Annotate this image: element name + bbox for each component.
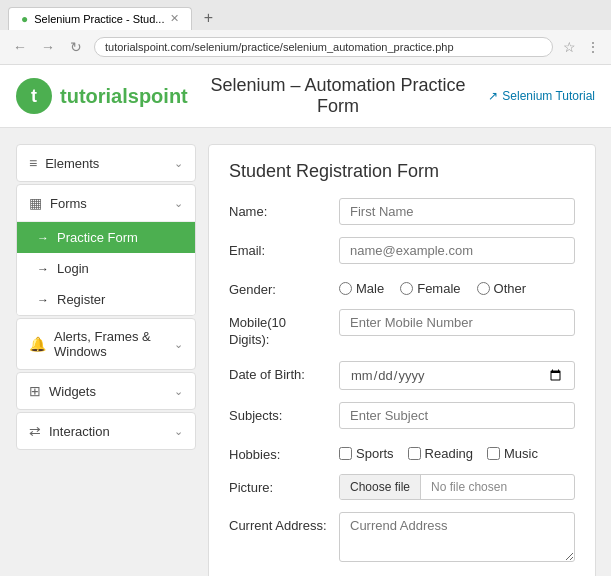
sidebar-item-register[interactable]: → Register <box>17 284 195 315</box>
practice-form-label: Practice Form <box>57 230 138 245</box>
elements-chevron: ⌄ <box>174 157 183 170</box>
alerts-chevron: ⌄ <box>174 338 183 351</box>
address-bar-row: ← → ↻ tutorialspoint.com/selenium/practi… <box>0 30 611 64</box>
gender-other-label: Other <box>494 281 527 296</box>
interaction-label: Interaction <box>49 424 110 439</box>
sidebar-item-alerts[interactable]: 🔔 Alerts, Frames & Windows ⌄ <box>16 318 196 370</box>
nav-buttons: ← → ↻ <box>8 35 88 59</box>
email-label: Email: <box>229 237 329 258</box>
sidebar-item-login[interactable]: → Login <box>17 253 195 284</box>
subjects-input[interactable] <box>339 402 575 429</box>
forms-icon: ▦ <box>29 195 42 211</box>
logo-suffix: point <box>139 85 188 107</box>
active-tab[interactable]: ● Selenium Practice - Stud... ✕ <box>8 7 192 30</box>
forms-submenu: → Practice Form → Login → Register <box>17 221 195 315</box>
login-arrow: → <box>37 262 49 276</box>
dob-row: Date of Birth: <box>229 361 575 390</box>
sidebar-header-forms[interactable]: ▦ Forms ⌄ <box>17 185 195 221</box>
widgets-icon: ⊞ <box>29 383 41 399</box>
mobile-input[interactable] <box>339 309 575 336</box>
mobile-input-area <box>339 309 575 336</box>
gender-other-radio[interactable] <box>477 282 490 295</box>
hobby-music-checkbox[interactable] <box>487 447 500 460</box>
widgets-chevron: ⌄ <box>174 385 183 398</box>
external-link-icon: ↗ <box>488 89 498 103</box>
mobile-row: Mobile(10 Digits): <box>229 309 575 349</box>
gender-female-label: Female <box>417 281 460 296</box>
address-textarea[interactable] <box>339 512 575 562</box>
gender-row: Gender: Male Female Other <box>229 276 575 297</box>
gender-label: Gender: <box>229 276 329 297</box>
logo-text: tutorialspoint <box>60 85 188 108</box>
logo-area: t tutorialspoint <box>16 78 188 114</box>
tab-close-icon[interactable]: ✕ <box>170 12 179 25</box>
mobile-label: Mobile(10 Digits): <box>229 309 329 349</box>
subjects-input-area <box>339 402 575 429</box>
address-input-area <box>339 512 575 565</box>
subjects-row: Subjects: <box>229 402 575 429</box>
tab-label: Selenium Practice - Stud... <box>34 13 164 25</box>
picture-label: Picture: <box>229 474 329 495</box>
back-button[interactable]: ← <box>8 35 32 59</box>
logo-icon: t <box>16 78 52 114</box>
address-label: Current Address: <box>229 512 329 533</box>
site-header: t tutorialspoint Selenium – Automation P… <box>0 65 611 128</box>
sidebar-header-interaction[interactable]: ⇄ Interaction ⌄ <box>17 413 195 449</box>
email-input-area <box>339 237 575 264</box>
hobby-music-label: Music <box>504 446 538 461</box>
form-title: Student Registration Form <box>229 161 575 182</box>
forward-button[interactable]: → <box>36 35 60 59</box>
picture-row: Picture: Choose file No file chosen <box>229 474 575 500</box>
new-tab-button[interactable]: + <box>196 6 220 30</box>
sidebar-item-elements[interactable]: ≡ Elements ⌄ <box>16 144 196 182</box>
logo-brand: tutorials <box>60 85 139 107</box>
name-row: Name: <box>229 198 575 225</box>
email-row: Email: <box>229 237 575 264</box>
gender-male[interactable]: Male <box>339 281 384 296</box>
sidebar-header-alerts[interactable]: 🔔 Alerts, Frames & Windows ⌄ <box>17 319 195 369</box>
hobbies-row: Hobbies: Sports Reading Music <box>229 441 575 462</box>
gender-female-radio[interactable] <box>400 282 413 295</box>
gender-male-radio[interactable] <box>339 282 352 295</box>
selenium-tutorial-link[interactable]: ↗ Selenium Tutorial <box>488 89 595 103</box>
choose-file-button[interactable]: Choose file <box>340 475 421 499</box>
browser-chrome: ● Selenium Practice - Stud... ✕ + ← → ↻ … <box>0 0 611 65</box>
settings-icon[interactable]: ⋮ <box>583 37 603 57</box>
hobby-sports-label: Sports <box>356 446 394 461</box>
file-input-row: Choose file No file chosen <box>339 474 575 500</box>
bookmark-icon[interactable]: ☆ <box>559 37 579 57</box>
hobby-music[interactable]: Music <box>487 446 538 461</box>
sidebar: ≡ Elements ⌄ ▦ Forms ⌄ → Practice Form <box>16 144 196 576</box>
sidebar-header-elements[interactable]: ≡ Elements ⌄ <box>17 145 195 181</box>
hobby-reading-label: Reading <box>425 446 473 461</box>
tab-favicon: ● <box>21 12 28 26</box>
sidebar-header-widgets[interactable]: ⊞ Widgets ⌄ <box>17 373 195 409</box>
sidebar-item-interaction[interactable]: ⇄ Interaction ⌄ <box>16 412 196 450</box>
address-field[interactable]: tutorialspoint.com/selenium/practice/sel… <box>94 37 553 57</box>
hobby-reading[interactable]: Reading <box>408 446 473 461</box>
gender-female[interactable]: Female <box>400 281 460 296</box>
name-label: Name: <box>229 198 329 219</box>
hobbies-label: Hobbies: <box>229 441 329 462</box>
hobby-sports-checkbox[interactable] <box>339 447 352 460</box>
no-file-text: No file chosen <box>421 475 517 499</box>
reload-button[interactable]: ↻ <box>64 35 88 59</box>
name-input[interactable] <box>339 198 575 225</box>
dob-input[interactable] <box>339 361 575 390</box>
hobby-sports[interactable]: Sports <box>339 446 394 461</box>
dob-label: Date of Birth: <box>229 361 329 382</box>
gender-options: Male Female Other <box>339 276 575 296</box>
hobby-reading-checkbox[interactable] <box>408 447 421 460</box>
interaction-chevron: ⌄ <box>174 425 183 438</box>
email-input[interactable] <box>339 237 575 264</box>
alerts-icon: 🔔 <box>29 336 46 352</box>
subjects-label: Subjects: <box>229 402 329 423</box>
address-row: Current Address: <box>229 512 575 565</box>
browser-actions: ☆ ⋮ <box>559 37 603 57</box>
dob-input-area <box>339 361 575 390</box>
forms-label: Forms <box>50 196 87 211</box>
sidebar-item-widgets[interactable]: ⊞ Widgets ⌄ <box>16 372 196 410</box>
alerts-label: Alerts, Frames & Windows <box>54 329 174 359</box>
gender-other[interactable]: Other <box>477 281 527 296</box>
sidebar-item-practice-form[interactable]: → Practice Form <box>17 222 195 253</box>
